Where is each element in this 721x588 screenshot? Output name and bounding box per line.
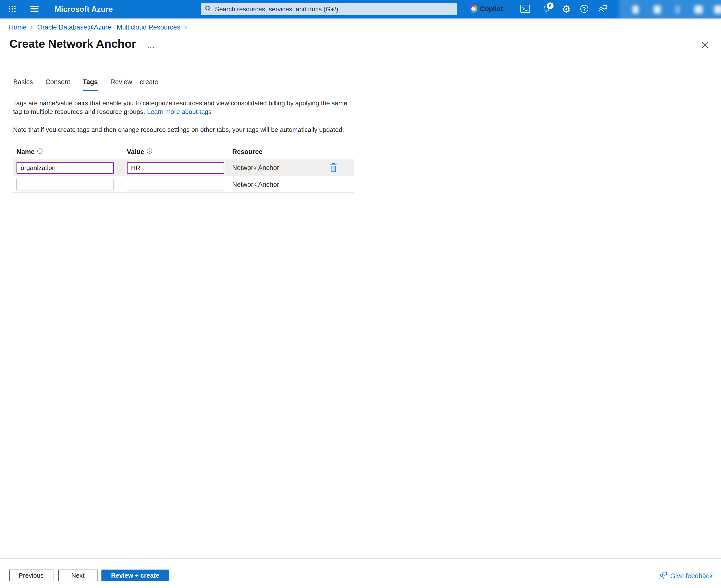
column-header-value: Value bbox=[127, 148, 153, 156]
wizard-tabs: Basics Consent Tags Review + create bbox=[13, 78, 158, 91]
wizard-footer: Previous Next Review + create Give feedb… bbox=[0, 558, 721, 588]
previous-button[interactable]: Previous bbox=[9, 570, 54, 581]
column-label-resource: Resource bbox=[232, 148, 262, 156]
top-bar: Microsoft Azure Copilot bbox=[0, 0, 721, 18]
tab-basics[interactable]: Basics bbox=[13, 78, 33, 91]
waffle-icon bbox=[8, 5, 16, 14]
colon-separator: : bbox=[119, 176, 125, 193]
feedback-button[interactable] bbox=[595, 0, 610, 18]
info-icon[interactable] bbox=[146, 148, 153, 156]
tag-row-2: : Network Anchor bbox=[13, 176, 354, 193]
tab-consent[interactable]: Consent bbox=[45, 78, 71, 91]
settings-button[interactable]: ⚙ bbox=[559, 0, 574, 18]
give-feedback-label: Give feedback bbox=[670, 572, 713, 580]
app-launcher-button[interactable] bbox=[5, 0, 19, 18]
chevron-right-icon: > bbox=[184, 24, 187, 31]
feedback-person-icon bbox=[659, 571, 667, 581]
tag-value-input-2[interactable] bbox=[127, 178, 224, 190]
info-icon[interactable] bbox=[37, 148, 43, 156]
column-header-resource: Resource bbox=[232, 148, 262, 156]
breadcrumb-oracle-multicloud[interactable]: Oracle Database@Azure | Multicloud Resou… bbox=[37, 24, 180, 31]
column-label-value: Value bbox=[127, 148, 144, 156]
next-button[interactable]: Next bbox=[58, 570, 98, 581]
chevron-right-icon: > bbox=[31, 24, 33, 31]
copilot-icon bbox=[469, 5, 477, 13]
help-button[interactable] bbox=[577, 0, 592, 18]
column-label-name: Name bbox=[17, 148, 35, 156]
more-options-button[interactable]: ... bbox=[147, 41, 155, 50]
hamburger-menu-button[interactable] bbox=[27, 0, 41, 18]
tag-name-input-2[interactable] bbox=[17, 178, 114, 190]
tab-tags[interactable]: Tags bbox=[83, 78, 98, 91]
brand-title[interactable]: Microsoft Azure bbox=[55, 0, 113, 18]
review-create-button[interactable]: Review + create bbox=[101, 570, 169, 581]
trash-icon bbox=[329, 163, 338, 173]
delete-tag-button[interactable] bbox=[327, 162, 339, 174]
copilot-label: Copilot bbox=[480, 5, 503, 13]
hamburger-icon bbox=[30, 5, 39, 13]
notifications-button[interactable]: 6 bbox=[539, 0, 554, 18]
tag-name-input-1[interactable] bbox=[17, 162, 114, 174]
give-feedback-link[interactable]: Give feedback bbox=[659, 571, 713, 581]
search-icon bbox=[205, 5, 212, 13]
close-blade-button[interactable] bbox=[700, 40, 710, 51]
gear-icon: ⚙ bbox=[561, 0, 571, 18]
redacted-account-area bbox=[616, 0, 721, 18]
column-header-name: Name bbox=[17, 148, 43, 156]
tab-review-create[interactable]: Review + create bbox=[110, 78, 158, 91]
learn-more-link[interactable]: Learn more about tags bbox=[147, 108, 212, 115]
tags-description: Tags are name/value pairs that enable yo… bbox=[13, 99, 358, 116]
cloud-shell-icon bbox=[520, 5, 530, 14]
tags-note: Note that if you create tags and then ch… bbox=[13, 125, 370, 134]
azure-portal-page: Microsoft Azure Copilot bbox=[0, 0, 721, 588]
notification-badge: 6 bbox=[547, 2, 554, 9]
breadcrumb: Home > Oracle Database@Azure | Multiclou… bbox=[9, 24, 187, 31]
search-input[interactable] bbox=[215, 5, 453, 13]
tags-table-header: Name Value bbox=[13, 147, 354, 160]
global-search[interactable] bbox=[201, 3, 457, 15]
tag-resource-2: Network Anchor bbox=[232, 176, 279, 193]
tag-value-input-1[interactable] bbox=[127, 162, 224, 174]
page-title: Create Network Anchor bbox=[9, 37, 136, 50]
person-feedback-icon bbox=[598, 4, 607, 14]
close-icon bbox=[701, 41, 709, 50]
tag-resource-1: Network Anchor bbox=[232, 160, 279, 176]
help-icon bbox=[580, 4, 589, 14]
breadcrumb-home[interactable]: Home bbox=[9, 24, 26, 31]
tag-row-1: : Network Anchor bbox=[13, 160, 354, 176]
colon-separator: : bbox=[119, 160, 125, 176]
tags-table: Name Value bbox=[13, 147, 354, 193]
copilot-button[interactable]: Copilot bbox=[464, 2, 508, 16]
cloud-shell-button[interactable] bbox=[518, 0, 533, 18]
